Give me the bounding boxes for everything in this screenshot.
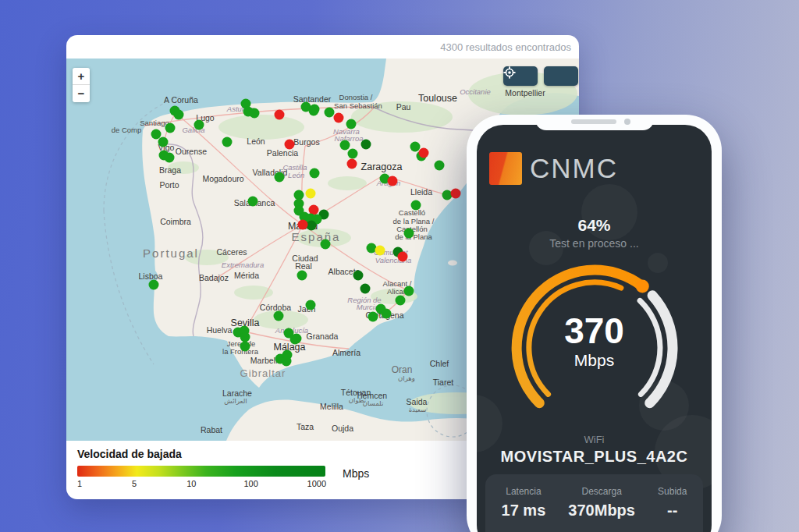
- stat-value: 17 ms: [502, 502, 546, 520]
- map-dot[interactable]: [388, 176, 398, 186]
- map-dot[interactable]: [306, 300, 316, 310]
- map-dot[interactable]: [348, 149, 358, 159]
- map-dot[interactable]: [298, 220, 308, 230]
- cnmc-logo-text: CNMC: [530, 153, 618, 184]
- map-dot[interactable]: [240, 332, 250, 342]
- map-dot[interactable]: [297, 271, 307, 281]
- map-dot[interactable]: [361, 140, 371, 150]
- map-dot[interactable]: [398, 252, 408, 262]
- map-dot[interactable]: [382, 309, 392, 319]
- map-label: Lleida: [410, 187, 432, 197]
- map-dot[interactable]: [435, 161, 445, 171]
- map-dot[interactable]: [275, 172, 285, 183]
- map-dot[interactable]: [307, 221, 317, 231]
- map-label: Portugal: [143, 246, 199, 260]
- map-dot[interactable]: [174, 110, 184, 120]
- map-dot[interactable]: [404, 286, 414, 296]
- map-dot[interactable]: [240, 342, 250, 352]
- cnmc-logo-icon: [489, 152, 522, 185]
- map-dot[interactable]: [151, 129, 162, 140]
- map-dot[interactable]: [340, 140, 350, 151]
- stat-value: --: [658, 502, 687, 520]
- map-label: سعيدة: [409, 406, 427, 413]
- stat-latencia: Latencia17 ms: [502, 486, 546, 520]
- map-dot[interactable]: [334, 113, 344, 123]
- stat-label: Subida: [658, 486, 687, 497]
- map-dot[interactable]: [306, 189, 316, 199]
- speaker-slot: [571, 119, 616, 124]
- map-dot[interactable]: [222, 137, 233, 147]
- map-label: Cáceres: [216, 247, 247, 257]
- map-dot[interactable]: [274, 311, 284, 321]
- map-label: Castelló: [399, 208, 425, 217]
- map-dot[interactable]: [404, 229, 414, 239]
- map-dot[interactable]: [250, 108, 260, 119]
- map-dot[interactable]: [165, 153, 175, 163]
- map-label: Chlef: [430, 359, 449, 368]
- map-label: Taza: [297, 422, 314, 431]
- island: [448, 261, 457, 266]
- map-dot[interactable]: [419, 148, 429, 158]
- map-label: Oujda: [332, 424, 353, 433]
- map-dot[interactable]: [248, 197, 258, 207]
- stat-descarga: Descarga370Mbps: [568, 486, 635, 520]
- map-dot[interactable]: [325, 108, 335, 118]
- gauge-unit: Mbps: [502, 351, 687, 370]
- zoom-in-button[interactable]: +: [73, 68, 90, 85]
- phone-notch: [535, 115, 654, 130]
- map-label: Braga: [159, 165, 181, 175]
- map-dot[interactable]: [451, 189, 461, 199]
- map-dot[interactable]: [368, 312, 378, 322]
- map-dot[interactable]: [310, 105, 320, 115]
- map-label: Oran: [392, 364, 413, 375]
- map-dot[interactable]: [396, 296, 406, 306]
- map-dot[interactable]: [347, 159, 357, 169]
- map-dot[interactable]: [194, 120, 204, 130]
- map-label: Gibraltar: [240, 367, 286, 379]
- map-dot[interactable]: [346, 119, 357, 129]
- stats-row: Latencia17 msDescarga370MbpsSubida--: [490, 486, 698, 520]
- map-dot[interactable]: [375, 246, 385, 256]
- legend-tick: 5: [132, 479, 137, 488]
- map-dot[interactable]: [360, 284, 371, 294]
- map-dot[interactable]: [321, 239, 331, 250]
- map-label: Coimbra: [160, 217, 191, 226]
- map-dot[interactable]: [165, 123, 176, 133]
- map-zoom-control: + −: [73, 68, 90, 102]
- map-label: Huelva: [207, 325, 233, 335]
- locate-outline-button[interactable]: [544, 66, 578, 86]
- map-dot[interactable]: [275, 110, 285, 120]
- locate-outline-icon: [503, 66, 516, 79]
- map-dot[interactable]: [310, 168, 320, 179]
- map-dot[interactable]: [410, 142, 421, 152]
- map-label: Zaragoza: [361, 161, 403, 172]
- map-dot[interactable]: [149, 280, 159, 290]
- network-ssid: MOVISTAR_PLUS_4A2C: [477, 448, 712, 466]
- network-info: WiFi MOVISTAR_PLUS_4A2C: [477, 434, 712, 466]
- map-label: de Comp: [112, 126, 142, 134]
- gauge-needle-dot: [635, 279, 648, 293]
- map-label: تطوان: [349, 396, 367, 404]
- zoom-out-button[interactable]: −: [73, 85, 90, 102]
- map-label: Córdoba: [260, 303, 291, 312]
- map-dot[interactable]: [282, 356, 292, 367]
- map-dot[interactable]: [158, 137, 169, 147]
- map-label: Lisboa: [139, 271, 163, 281]
- stat-label: Descarga: [568, 486, 635, 497]
- map-dot[interactable]: [442, 190, 453, 200]
- map-dot[interactable]: [411, 200, 421, 211]
- map-dot[interactable]: [285, 140, 295, 150]
- legend-unit: Mbps: [343, 467, 369, 480]
- legend-gradient-bar: [77, 466, 325, 477]
- map-label: Montpellier: [505, 88, 545, 98]
- legend-tick: 1: [77, 479, 82, 488]
- map-dot[interactable]: [353, 271, 364, 281]
- phone-mockup: CNMC 64% Test en proceso ... 370: [467, 115, 722, 532]
- map-dot[interactable]: [290, 335, 300, 345]
- map-label: Granada: [307, 332, 339, 341]
- map-dot[interactable]: [367, 243, 377, 254]
- map-label: Real: [295, 261, 312, 271]
- speed-gauge: 370 Mbps: [502, 256, 687, 440]
- map-label: y León: [282, 171, 305, 179]
- phone-screen: CNMC 64% Test en proceso ... 370: [477, 125, 712, 532]
